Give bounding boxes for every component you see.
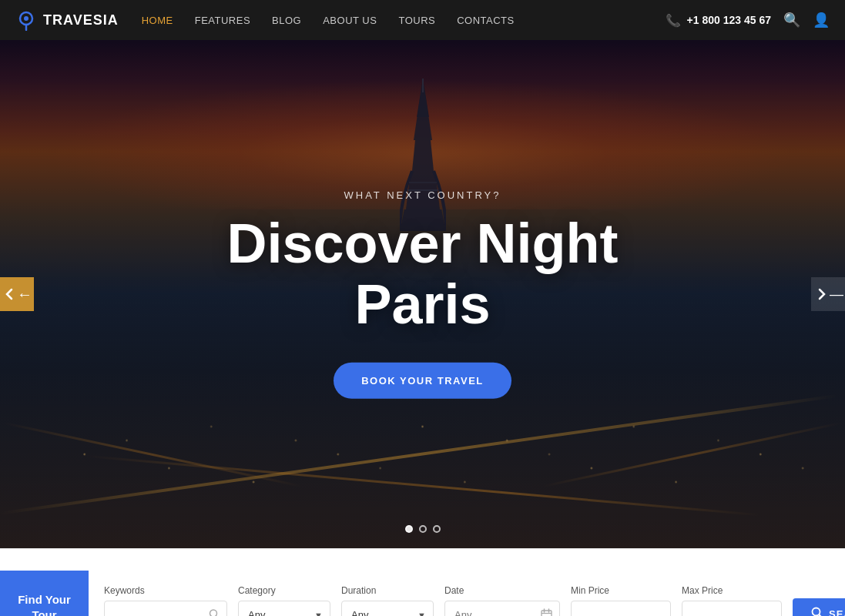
search-icon[interactable]: 🔍: [783, 12, 800, 28]
duration-select[interactable]: Any 1-3 days 4-7 days 8-14 days: [341, 601, 434, 616]
nav-home[interactable]: HOME: [142, 15, 173, 26]
navbar: TRAVESIA HOME FEATURES BLOG ABOUT US TOU…: [0, 0, 845, 40]
max-price-group: Max Price: [682, 585, 782, 616]
min-price-group: Min Price: [571, 585, 671, 616]
logo-icon: [15, 9, 37, 31]
hero-content: WHAT NEXT COUNTRY? Discover Night Paris …: [153, 189, 692, 399]
nav-right: 📞 +1 800 123 45 67 🔍 👤: [666, 12, 830, 28]
svg-point-1: [24, 16, 29, 21]
slide-dot-1[interactable]: [405, 525, 413, 533]
find-tour-label: Find Your Tour: [0, 571, 89, 616]
svg-rect-8: [422, 79, 424, 92]
nav-contacts[interactable]: CONTACTS: [457, 15, 515, 26]
duration-select-wrap: Any 1-3 days 4-7 days 8-14 days ▼: [341, 601, 434, 616]
duration-label: Duration: [341, 585, 434, 596]
min-price-input[interactable]: [571, 601, 671, 616]
search-button[interactable]: SEARCH: [793, 598, 845, 616]
nav-links: HOME FEATURES BLOG ABOUT US TOURS CONTAC…: [142, 15, 666, 26]
category-group: Category Any Adventure Cultural Beach ▼: [238, 585, 330, 616]
category-select-wrap: Any Adventure Cultural Beach ▼: [238, 601, 330, 616]
prev-slide-button[interactable]: [0, 277, 34, 311]
nav-features[interactable]: FEATURES: [195, 15, 250, 26]
hero-subtitle: WHAT NEXT COUNTRY?: [153, 189, 692, 201]
next-slide-button[interactable]: [811, 277, 845, 311]
min-price-label: Min Price: [571, 585, 671, 596]
date-wrap: [444, 601, 560, 616]
hero-title: Discover Night Paris: [153, 213, 692, 335]
find-tour-text: Find Your Tour: [15, 592, 73, 616]
nav-tours[interactable]: TOURS: [398, 15, 435, 26]
search-button-label: SEARCH: [829, 608, 845, 617]
keywords-label: Keywords: [104, 585, 227, 596]
category-select[interactable]: Any Adventure Cultural Beach: [238, 601, 330, 616]
user-icon[interactable]: 👤: [813, 12, 830, 28]
slide-dot-3[interactable]: [433, 525, 441, 533]
max-price-label: Max Price: [682, 585, 782, 596]
max-price-input[interactable]: [682, 601, 782, 616]
phone-number: +1 800 123 45 67: [687, 14, 771, 26]
search-fields: Keywords Category Any Adventure Cultural: [89, 585, 845, 616]
date-label: Date: [444, 585, 560, 596]
nav-about[interactable]: ABOUT US: [323, 15, 377, 26]
duration-group: Duration Any 1-3 days 4-7 days 8-14 days…: [341, 585, 434, 616]
search-section: Find Your Tour Keywords Category Any: [0, 548, 845, 616]
keywords-wrap: [104, 601, 227, 616]
keywords-input[interactable]: [104, 601, 227, 616]
phone-icon: 📞: [666, 13, 681, 28]
svg-marker-4: [412, 140, 434, 171]
brand-name: TRAVESIA: [43, 12, 119, 28]
chevron-right-icon: [814, 286, 830, 302]
slide-dot-2[interactable]: [419, 525, 427, 533]
hero-section: WHAT NEXT COUNTRY? Discover Night Paris …: [0, 40, 845, 548]
search-button-icon: [811, 607, 823, 616]
date-input[interactable]: [444, 601, 560, 616]
logo[interactable]: TRAVESIA: [15, 9, 119, 31]
date-group: Date: [444, 585, 560, 616]
nav-blog[interactable]: BLOG: [272, 15, 301, 26]
chevron-left-icon: [2, 286, 17, 302]
keywords-group: Keywords: [104, 585, 227, 616]
book-travel-button[interactable]: BOOK YOUR TRAVEL: [334, 363, 511, 399]
category-label: Category: [238, 585, 330, 596]
phone-area: 📞 +1 800 123 45 67: [666, 13, 771, 28]
slide-dots: [405, 525, 441, 533]
